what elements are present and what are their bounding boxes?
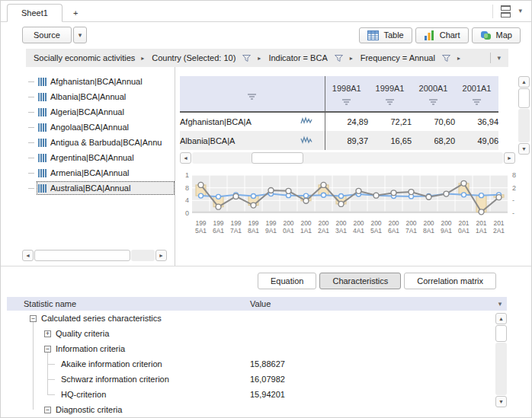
tree-connector <box>28 173 34 174</box>
table-row-afghanistan-bca-a: Afghanistan|BCA|A24,8972,2170,6036,94 <box>180 112 498 131</box>
filter-icon[interactable] <box>429 99 437 105</box>
stats-row-akaike-information-criterion[interactable]: Akaike information criterion15,88627 <box>7 356 507 372</box>
svg-text:7A1: 7A1 <box>405 227 417 235</box>
series-list-panel: Afghanistan|BCA|AnnualAlbania|BCA|Annual… <box>1 67 175 266</box>
breadcrumb-arrow-icon[interactable]: ▸ <box>457 55 460 62</box>
scroll-thumb[interactable] <box>495 325 507 342</box>
svg-text:8A1: 8A1 <box>248 227 259 235</box>
x-axis-labels: 1995A11996A11997A11998A11999A12000A12001… <box>195 219 505 235</box>
collapse-toggle-icon[interactable]: − <box>30 315 37 322</box>
svg-text:200: 200 <box>283 219 293 227</box>
tab-correlation-matrix[interactable]: Correlation matrix <box>404 273 496 289</box>
stats-row-label: HQ-criterion <box>61 390 106 399</box>
add-sheet-icon: + <box>73 8 78 18</box>
scroll-right-button[interactable]: ► <box>504 152 515 164</box>
stats-row-schwarz-information-criterion[interactable]: Schwarz information criterion16,07982 <box>7 372 507 387</box>
filter-icon[interactable] <box>248 94 256 100</box>
svg-text:200: 200 <box>300 219 311 227</box>
value-cell: 89,37 <box>325 131 368 150</box>
column-header-1998a1[interactable]: 1998A1 <box>325 76 368 112</box>
stats-row-name-area: −Information criteria <box>7 344 247 353</box>
view-button-table[interactable]: Table <box>359 27 412 43</box>
scroll-track[interactable] <box>518 109 530 142</box>
view-button-map[interactable]: Map <box>472 27 521 43</box>
series-item-algeria-bca-annual[interactable]: Algeria|BCA|Annual <box>1 104 175 120</box>
breadcrumb-item-indicator-bca[interactable]: Indicator = BCA▸ <box>268 53 352 62</box>
chart-icon <box>424 30 435 40</box>
tree-connector <box>28 97 34 97</box>
svg-text:3A1: 3A1 <box>335 227 347 235</box>
collapse-toggle-icon[interactable]: − <box>44 407 51 413</box>
table-icon <box>367 30 379 40</box>
scroll-thumb[interactable] <box>518 88 530 108</box>
add-sheet-button[interactable]: + <box>62 5 88 21</box>
stats-row-label: Calculated series characteristics <box>41 314 162 323</box>
stats-row-calculated-series-characteristics[interactable]: −Calculated series characteristics <box>7 311 507 326</box>
view-button-chart[interactable]: Chart <box>415 27 469 43</box>
expand-toggle-icon[interactable]: + <box>44 330 51 337</box>
column-header-2001a1[interactable]: 2001A1 <box>455 76 498 112</box>
series-item-body: Angolaa|BCA|Annual <box>37 120 175 134</box>
sparkline-cell[interactable] <box>296 112 317 131</box>
scroll-up-button[interactable]: ▲ <box>518 76 530 88</box>
filter-icon[interactable] <box>342 99 351 105</box>
scroll-right-button[interactable]: ► <box>155 250 167 261</box>
stats-row-hq-criterion[interactable]: HQ-criterion15,94201 <box>7 387 507 402</box>
filter-icon[interactable] <box>386 99 394 105</box>
column-header-1999a1[interactable]: 1999A1 <box>368 76 412 112</box>
filter-icon <box>334 54 344 62</box>
svg-text:200: 200 <box>423 219 434 227</box>
scroll-track[interactable] <box>131 250 155 261</box>
stats-row-diagnostic-criteria[interactable]: −Diagnostic criteria <box>7 402 507 417</box>
series-item-label: Australia|BCA|Annual <box>50 183 130 193</box>
source-button[interactable]: Source <box>22 27 72 43</box>
scroll-up-button[interactable]: ▲ <box>495 313 507 324</box>
stats-row-quality-criteria[interactable]: +Quality criteria <box>7 326 507 341</box>
breadcrumb-item-socially-economic-activities[interactable]: Socially economic activities▸ <box>34 53 144 62</box>
sparkline-cell[interactable] <box>296 131 317 150</box>
column-header-label: 2000A1 <box>412 84 455 93</box>
breadcrumb-item-country-selected-10[interactable]: Country (Selected: 10)▸ <box>152 53 261 62</box>
source-dropdown-button[interactable]: ▾ <box>73 27 88 43</box>
breadcrumb-menu-caret-icon[interactable]: ▾ <box>497 55 501 62</box>
series-item-armenia-bca-annual[interactable]: Armenia|BCA|Annual <box>1 165 175 180</box>
svg-text:2A1: 2A1 <box>493 227 505 235</box>
column-header-label: 1998A1 <box>325 84 369 93</box>
scroll-track[interactable] <box>495 343 507 395</box>
spacer-cell <box>317 112 325 131</box>
scroll-track[interactable] <box>192 152 503 164</box>
breadcrumb-arrow-icon[interactable]: ▸ <box>141 55 144 62</box>
svg-text:8: 8 <box>185 184 189 192</box>
column-header-2000a1[interactable]: 2000A1 <box>412 76 455 112</box>
breadcrumb-item-frequency-annual[interactable]: Frequency = Annual▸ <box>361 53 460 62</box>
breadcrumb-arrow-icon[interactable]: ▸ <box>258 55 261 62</box>
scroll-left-button[interactable]: ◄ <box>22 250 34 261</box>
window-layout-icon[interactable] <box>501 5 511 18</box>
row-label-column-header[interactable] <box>180 76 325 112</box>
tab-sheet1[interactable]: Sheet1 <box>7 4 62 22</box>
filter-icon[interactable] <box>473 99 481 105</box>
scroll-thumb[interactable] <box>34 250 130 261</box>
breadcrumb-arrow-icon[interactable]: ▸ <box>350 55 353 62</box>
collapse-toggle-icon[interactable]: − <box>44 346 51 353</box>
series-item-albania-bca-annual[interactable]: Albania|BCA|Annual <box>1 89 175 104</box>
series-item-angolaa-bca-annual[interactable]: Angolaa|BCA|Annual <box>1 120 175 135</box>
scroll-left-button[interactable]: ◄ <box>180 152 191 164</box>
stats-header: Statistic name Value ▾ <box>7 297 507 311</box>
scroll-down-button[interactable]: ▼ <box>495 396 507 407</box>
svg-text:7A1: 7A1 <box>230 227 242 235</box>
series-bars-icon <box>38 184 46 193</box>
svg-text:9A1: 9A1 <box>441 227 452 235</box>
left-axis-labels: 1840 <box>185 171 189 217</box>
series-item-antigua-barbuda-bca-annu[interactable]: Antigua & Barbuda|BCA|Annu <box>1 135 175 150</box>
tab-characteristics[interactable]: Characteristics <box>319 273 401 289</box>
series-item-afghanistan-bca-annual[interactable]: Afghanistan|BCA|Annual <box>1 74 175 89</box>
tabbar-menu-caret-icon[interactable]: ▾ <box>518 8 522 14</box>
scroll-thumb[interactable] <box>252 152 303 164</box>
stats-header-caret-icon[interactable]: ▾ <box>493 300 507 308</box>
series-item-australia-bca-annual[interactable]: Australia|BCA|Annual <box>1 180 175 196</box>
scroll-down-button[interactable]: ▼ <box>518 143 530 155</box>
series-item-argentina-bca-annual[interactable]: Argentina|BCA|Annual <box>1 150 175 165</box>
tab-equation[interactable]: Equation <box>258 273 316 289</box>
stats-row-information-criteria[interactable]: −Information criteria <box>7 341 507 356</box>
